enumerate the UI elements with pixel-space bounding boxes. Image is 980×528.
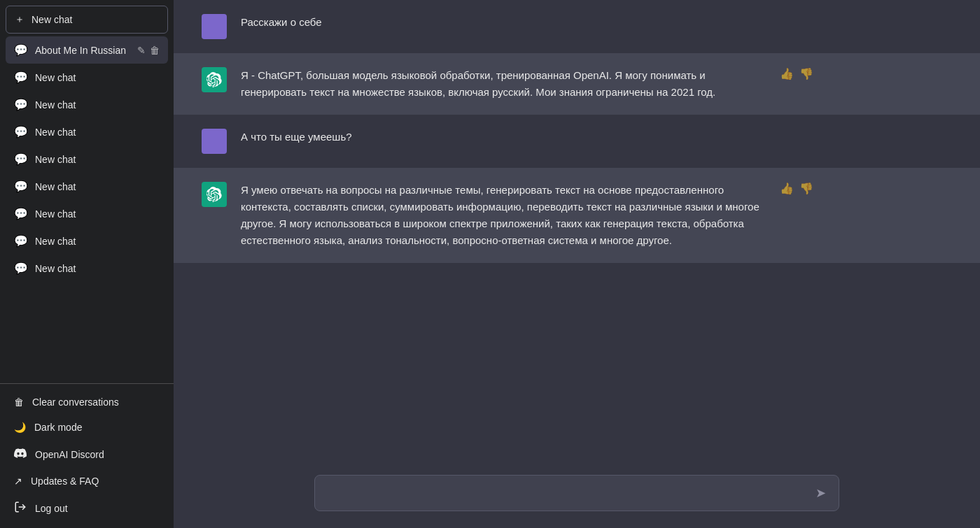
chat-label: New chat <box>35 99 160 110</box>
clear-conversations-button[interactable]: 🗑 Clear conversations <box>6 390 168 415</box>
sidebar-item-chat-7[interactable]: 💬 New chat <box>6 255 168 282</box>
updates-faq-label: Updates & FAQ <box>31 476 99 487</box>
message-text-assistant-0: Я - ChatGPT, большая модель языковой обр… <box>241 67 766 101</box>
chat-item-actions: ✎ 🗑 <box>137 45 160 56</box>
sidebar-item-chat-0[interactable]: 💬 New chat <box>6 64 168 91</box>
updates-faq-button[interactable]: ↗ Updates & FAQ <box>6 469 168 494</box>
sidebar-chat-list: ＋ New chat 💬 About Me In Russian ✎ 🗑 💬 N… <box>0 0 174 383</box>
chat-icon: 💬 <box>14 43 28 57</box>
chat-icon: 💬 <box>14 152 28 166</box>
message-row-user-1: А что ты еще умеешь? <box>174 115 980 168</box>
chat-icon: 💬 <box>14 180 28 193</box>
message-row-user-0: Расскажи о себе <box>174 0 980 53</box>
thumbs-up-icon[interactable]: 👍 <box>780 182 794 195</box>
chat-icon: 💬 <box>14 234 28 248</box>
assistant-avatar <box>202 182 227 207</box>
chat-label: New chat <box>35 72 160 83</box>
chat-input[interactable] <box>326 487 808 499</box>
sidebar-item-chat-2[interactable]: 💬 New chat <box>6 118 168 145</box>
thumbs-up-icon[interactable]: 👍 <box>780 67 794 80</box>
discord-label: OpenAI Discord <box>35 449 104 460</box>
plus-icon: ＋ <box>15 13 24 26</box>
user-avatar <box>202 129 227 154</box>
sidebar-item-chat-3[interactable]: 💬 New chat <box>6 145 168 173</box>
message-row-assistant-1: Я умею отвечать на вопросы на различные … <box>174 168 980 263</box>
chat-label: New chat <box>35 263 160 274</box>
dark-mode-button[interactable]: 🌙 Dark mode <box>6 415 168 440</box>
delete-chat-icon[interactable]: 🗑 <box>150 45 160 56</box>
assistant-avatar <box>202 67 227 92</box>
sidebar: ＋ New chat 💬 About Me In Russian ✎ 🗑 💬 N… <box>0 0 174 528</box>
chat-label: New chat <box>35 154 160 165</box>
bottom-spacer <box>174 263 980 291</box>
sidebar-item-chat-5[interactable]: 💬 New chat <box>6 200 168 227</box>
message-feedback-0: 👍 👎 <box>780 67 813 80</box>
chat-icon: 💬 <box>14 71 28 84</box>
input-wrapper: ➤ <box>314 475 839 511</box>
chat-icon: 💬 <box>14 98 28 111</box>
send-button[interactable]: ➤ <box>814 484 827 502</box>
user-avatar <box>202 14 227 39</box>
dark-mode-label: Dark mode <box>34 422 82 433</box>
logout-label: Log out <box>35 503 68 514</box>
external-link-icon: ↗ <box>14 476 22 487</box>
thumbs-down-icon[interactable]: 👎 <box>799 67 813 80</box>
chat-label: New chat <box>35 236 160 247</box>
chat-label: New chat <box>35 208 160 220</box>
sidebar-item-chat-4[interactable]: 💬 New chat <box>6 173 168 200</box>
send-icon: ➤ <box>816 485 826 501</box>
sidebar-item-chat-6[interactable]: 💬 New chat <box>6 227 168 255</box>
clear-conversations-label: Clear conversations <box>32 397 119 408</box>
new-chat-button[interactable]: ＋ New chat <box>6 6 168 34</box>
thumbs-down-icon[interactable]: 👎 <box>799 182 813 195</box>
chat-icon: 💬 <box>14 125 28 138</box>
chat-icon: 💬 <box>14 262 28 275</box>
logout-button[interactable]: Log out <box>6 494 168 522</box>
main-content: Расскажи о себе Я - ChatGPT, большая мод… <box>174 0 980 528</box>
message-feedback-1: 👍 👎 <box>780 182 813 195</box>
message-list: Расскажи о себе Я - ChatGPT, большая мод… <box>174 0 980 464</box>
sidebar-bottom: 🗑 Clear conversations 🌙 Dark mode OpenAI… <box>0 383 174 528</box>
message-row-assistant-0: Я - ChatGPT, большая модель языковой обр… <box>174 53 980 115</box>
trash-icon: 🗑 <box>14 397 24 408</box>
chat-label: New chat <box>35 127 160 138</box>
sidebar-item-chat-1[interactable]: 💬 New chat <box>6 91 168 118</box>
moon-icon: 🌙 <box>14 422 26 433</box>
logout-icon <box>14 501 27 515</box>
discord-icon <box>14 447 27 462</box>
chat-label: New chat <box>35 181 160 192</box>
input-area: ➤ <box>174 464 980 528</box>
chat-icon: 💬 <box>14 207 28 220</box>
edit-chat-icon[interactable]: ✎ <box>137 45 146 56</box>
active-chat-label: About Me In Russian <box>35 45 130 56</box>
discord-button[interactable]: OpenAI Discord <box>6 440 168 469</box>
message-text-assistant-1: Я умею отвечать на вопросы на различные … <box>241 182 766 249</box>
message-text-user-1: А что ты еще умеешь? <box>241 129 766 145</box>
new-chat-label: New chat <box>31 14 72 25</box>
sidebar-item-active-chat[interactable]: 💬 About Me In Russian ✎ 🗑 <box>6 36 168 64</box>
message-text-user-0: Расскажи о себе <box>241 14 766 31</box>
